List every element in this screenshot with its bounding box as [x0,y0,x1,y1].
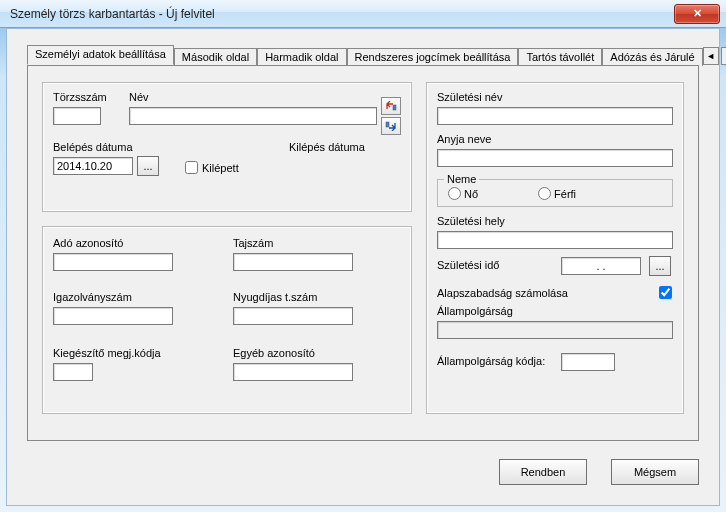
arrow-up-left-icon [385,101,397,111]
input-allampolgarsag [437,321,673,339]
tab-label: Rendszeres jogcímek beállítása [355,51,511,63]
label-alapszabadsag: Alapszabadság számolása [437,287,568,299]
ellipsis-icon: ... [143,160,152,172]
szulido-browse-button[interactable]: ... [649,256,671,276]
client-area: Személyi adatok beállítása Második oldal… [6,28,720,506]
belepes-browse-button[interactable]: ... [137,156,159,176]
legend-neme: Neme [444,173,479,185]
footer-buttons: Rendben Mégsem [499,459,699,485]
content-area: Személyi adatok beállítása Második oldal… [27,45,699,489]
tab-label: Adózás és Járulé [610,51,694,63]
ok-button[interactable]: Rendben [499,459,587,485]
label-szulido: Születési idő [437,259,499,271]
input-szulido[interactable] [561,257,641,275]
input-szulnev[interactable] [437,107,673,125]
ellipsis-icon: ... [655,260,664,272]
cancel-button[interactable]: Mégsem [611,459,699,485]
radio-ferfi[interactable]: Férfi [538,187,576,200]
input-allampolgarsag-kod[interactable] [561,353,615,371]
tab-label: Harmadik oldal [265,51,338,63]
input-belepes[interactable] [53,157,133,175]
tab-strip: Személyi adatok beállítása Második oldal… [27,45,699,65]
window-title: Személy törzs karbantartás - Új felvitel [10,7,674,21]
fieldset-neme: Neme Nő Férfi [437,173,673,207]
tab-personal-data[interactable]: Személyi adatok beállítása [27,45,174,65]
tab-label: Második oldal [182,51,249,63]
cancel-label: Mégsem [634,466,676,478]
input-szulhely[interactable] [437,231,673,249]
tab-tax-contrib[interactable]: Adózás és Járulé [602,48,702,66]
input-egyeb[interactable] [233,363,353,381]
tab-regular-titles[interactable]: Rendszeres jogcímek beállítása [347,48,519,66]
radio-ferfi-label: Férfi [554,188,576,200]
label-kilepett: Kilépett [202,162,239,174]
checkbox-kilepett-box[interactable] [185,161,198,174]
checkbox-kilepett[interactable]: Kilépett [185,161,239,174]
tab-scroll-arrows: ◄ ► [703,47,726,65]
group-identifiers: Adó azonosító Tajszám Igazolványszám Nyu… [42,226,412,414]
tab-long-absence[interactable]: Tartós távollét [518,48,602,66]
label-allampolgarsag-kod: Állampolgárság kódja: [437,355,545,367]
input-nyugdijas[interactable] [233,307,353,325]
arrow-down-left-icon [385,121,397,131]
tab-label: Tartós távollét [526,51,594,63]
close-button[interactable]: ✕ [674,4,720,24]
input-torzsszam[interactable] [53,107,101,125]
label-torzsszam: Törzsszám [53,91,107,103]
group-basic: Törzsszám Név Belépés dátuma ... Kilépet… [42,82,412,212]
input-kiegeszito[interactable] [53,363,93,381]
label-kiegeszito: Kiegészítő megj.kódja [53,347,161,359]
label-szulnev: Születési név [437,91,502,103]
label-egyeb: Egyéb azonosító [233,347,315,359]
label-belepes: Belépés dátuma [53,141,133,153]
input-taj[interactable] [233,253,353,271]
tab-panel: Törzsszám Név Belépés dátuma ... Kilépet… [27,65,699,441]
radio-ferfi-input[interactable] [538,187,551,200]
label-taj: Tajszám [233,237,273,249]
arrow-left-icon: ◄ [706,51,715,61]
input-ado[interactable] [53,253,173,271]
tab-third-page[interactable]: Harmadik oldal [257,48,346,66]
label-igazolvany: Igazolványszám [53,291,132,303]
title-bar: Személy törzs karbantartás - Új felvitel… [0,0,726,28]
label-nyugdijas: Nyugdíjas t.szám [233,291,317,303]
tab-scroll-left[interactable]: ◄ [703,47,719,65]
label-nev: Név [129,91,149,103]
radio-no[interactable]: Nő [448,187,478,200]
tab-label: Személyi adatok beállítása [35,48,166,60]
svg-rect-1 [386,122,389,127]
checkbox-alapszabadsag[interactable] [659,286,672,299]
name-paste-button[interactable] [381,117,401,135]
input-nev[interactable] [129,107,377,125]
svg-rect-0 [393,105,396,110]
group-birth: Születési név Anyja neve Neme Nő Férfi S… [426,82,684,414]
radio-no-label: Nő [464,188,478,200]
input-anyja[interactable] [437,149,673,167]
name-copy-button[interactable] [381,97,401,115]
label-kilepes: Kilépés dátuma [289,141,365,153]
radio-no-input[interactable] [448,187,461,200]
tab-second-page[interactable]: Második oldal [174,48,257,66]
tab-scroll-right[interactable]: ► [721,47,726,65]
label-anyja: Anyja neve [437,133,491,145]
label-ado: Adó azonosító [53,237,123,249]
ok-label: Rendben [521,466,566,478]
label-szulhely: Születési hely [437,215,505,227]
input-igazolvany[interactable] [53,307,173,325]
label-allampolgarsag: Állampolgárság [437,305,513,317]
close-icon: ✕ [693,7,702,20]
